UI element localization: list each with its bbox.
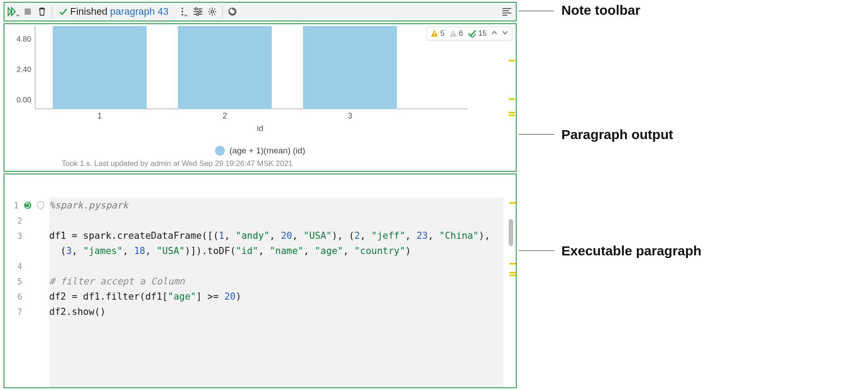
annotation-leader [518, 11, 554, 11]
bar-chart: 0.00 2.40 4.80 1 2 3 [35, 26, 468, 124]
chevron-up-icon[interactable] [491, 29, 497, 38]
svg-point-3 [181, 14, 183, 16]
svg-point-5 [195, 8, 198, 10]
gutter-line: 2 [4, 213, 45, 228]
y-tick: 0.00 [8, 96, 31, 105]
code-gutter: 1234567 [4, 198, 45, 387]
svg-rect-0 [25, 8, 31, 15]
x-tick: 3 [348, 111, 352, 121]
annotation-leader [518, 250, 554, 251]
svg-point-9 [197, 13, 199, 16]
note-toolbar: Finished paragraph 43 [4, 2, 517, 21]
gutter-line: 6 [4, 289, 45, 304]
svg-point-2 [181, 11, 183, 13]
run-all-button[interactable] [7, 5, 20, 18]
gutter-line [4, 243, 45, 259]
toolbar-separator [52, 6, 52, 17]
y-tick: 4.80 [8, 35, 31, 44]
chart-legend: (age + 1)(mean) (id) [8, 146, 512, 156]
legend-label: (age + 1)(mean) (id) [229, 146, 305, 156]
svg-point-1 [181, 8, 183, 9]
ok-count: 15 [478, 29, 487, 38]
code-editor[interactable]: %spark.pysparkdf1 = spark.createDataFram… [49, 198, 503, 387]
format-icon[interactable] [501, 5, 513, 18]
x-tick: 2 [223, 111, 227, 121]
bar [178, 26, 272, 109]
gutter-line: 5 [4, 274, 45, 289]
gutter-line: 4 [4, 259, 45, 274]
annotation-panel: Note toolbar Paragraph output Executable… [518, 0, 868, 390]
svg-point-10 [211, 10, 214, 13]
chevron-down-icon[interactable] [502, 29, 508, 38]
y-axis [35, 26, 35, 109]
paragraph-link[interactable]: paragraph 43 [110, 6, 169, 17]
delete-button[interactable] [36, 5, 48, 18]
gear-icon[interactable] [206, 5, 219, 18]
annotation-toolbar: Note toolbar [561, 3, 640, 18]
bar [303, 26, 397, 109]
check-green-icon [468, 30, 476, 38]
status-label: Finished [70, 6, 107, 17]
shield-icon [37, 201, 45, 210]
settings-sliders-button[interactable] [192, 5, 204, 18]
bar [53, 26, 147, 109]
run-gutter-icon[interactable] [23, 201, 32, 210]
annotation-code: Executable paragraph [561, 243, 701, 259]
annotation-output: Paragraph output [561, 127, 673, 142]
svg-point-7 [199, 11, 201, 13]
check-icon [59, 7, 67, 16]
gutter-line: 1 [4, 198, 45, 213]
x-tick: 1 [97, 111, 102, 121]
ok-badge[interactable]: 15 [468, 29, 487, 38]
refresh-icon[interactable] [226, 5, 239, 18]
x-axis-label: id [8, 123, 512, 133]
toolbar-separator [222, 6, 223, 17]
executable-paragraph: 1234567 %spark.pysparkdf1 = spark.create… [4, 174, 517, 388]
more-menu-button[interactable] [177, 5, 190, 18]
y-tick: 2.40 [8, 65, 31, 74]
gutter-line: 7 [4, 304, 45, 319]
gutter-line: 3 [4, 228, 45, 243]
paragraph-status: Finished paragraph 43 [59, 6, 169, 17]
code-gutter-marks [510, 198, 516, 387]
annotation-leader [518, 134, 554, 135]
paragraph-output: 5 6 15 [4, 23, 517, 172]
execution-status: Took 1 s. Last updated by admin at Wed S… [62, 159, 512, 168]
stop-button[interactable] [21, 5, 34, 18]
legend-color-icon [215, 146, 225, 156]
output-gutter-marks [509, 24, 515, 171]
